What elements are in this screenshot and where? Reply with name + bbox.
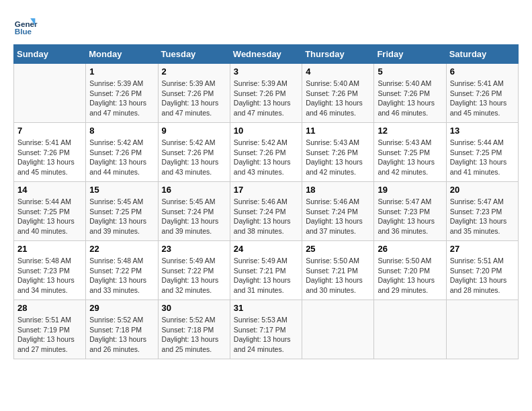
- day-info: Sunrise: 5:49 AM Sunset: 7:21 PM Dayligh…: [234, 256, 298, 295]
- day-number: 14: [17, 185, 82, 195]
- day-cell: 14Sunrise: 5:44 AM Sunset: 7:25 PM Dayli…: [14, 182, 86, 241]
- day-info: Sunrise: 5:40 AM Sunset: 7:26 PM Dayligh…: [378, 79, 442, 118]
- col-thursday: Thursday: [302, 45, 374, 64]
- day-cell: 3Sunrise: 5:39 AM Sunset: 7:26 PM Daylig…: [230, 64, 302, 123]
- day-number: 22: [89, 244, 154, 254]
- day-cell: 17Sunrise: 5:46 AM Sunset: 7:24 PM Dayli…: [230, 182, 302, 241]
- day-cell: 31Sunrise: 5:53 AM Sunset: 7:17 PM Dayli…: [230, 300, 302, 359]
- day-cell: 20Sunrise: 5:47 AM Sunset: 7:23 PM Dayli…: [446, 182, 518, 241]
- day-number: 17: [234, 185, 298, 195]
- day-number: 9: [162, 126, 226, 136]
- week-row-2: 7Sunrise: 5:41 AM Sunset: 7:26 PM Daylig…: [14, 123, 519, 182]
- day-info: Sunrise: 5:43 AM Sunset: 7:26 PM Dayligh…: [306, 138, 370, 177]
- col-monday: Monday: [86, 45, 158, 64]
- day-info: Sunrise: 5:47 AM Sunset: 7:23 PM Dayligh…: [450, 197, 515, 236]
- logo-icon: General Blue: [13, 13, 38, 38]
- day-number: 24: [234, 244, 298, 254]
- header-row: Sunday Monday Tuesday Wednesday Thursday…: [14, 45, 519, 64]
- day-number: 25: [306, 244, 370, 254]
- col-sunday: Sunday: [14, 45, 86, 64]
- day-number: 29: [89, 303, 154, 313]
- day-cell: 15Sunrise: 5:45 AM Sunset: 7:25 PM Dayli…: [86, 182, 158, 241]
- day-info: Sunrise: 5:42 AM Sunset: 7:26 PM Dayligh…: [162, 138, 226, 177]
- day-cell: 30Sunrise: 5:52 AM Sunset: 7:18 PM Dayli…: [158, 300, 230, 359]
- day-number: 27: [450, 244, 515, 254]
- day-number: 10: [234, 126, 298, 136]
- day-info: Sunrise: 5:52 AM Sunset: 7:18 PM Dayligh…: [162, 315, 226, 355]
- day-cell: 11Sunrise: 5:43 AM Sunset: 7:26 PM Dayli…: [302, 123, 374, 182]
- day-info: Sunrise: 5:45 AM Sunset: 7:24 PM Dayligh…: [162, 197, 226, 236]
- day-info: Sunrise: 5:51 AM Sunset: 7:20 PM Dayligh…: [450, 256, 515, 295]
- day-cell: 19Sunrise: 5:47 AM Sunset: 7:23 PM Dayli…: [374, 182, 446, 241]
- day-info: Sunrise: 5:42 AM Sunset: 7:26 PM Dayligh…: [234, 138, 298, 177]
- day-info: Sunrise: 5:39 AM Sunset: 7:26 PM Dayligh…: [162, 79, 226, 118]
- day-info: Sunrise: 5:48 AM Sunset: 7:23 PM Dayligh…: [17, 256, 82, 295]
- day-number: 12: [378, 126, 442, 136]
- week-row-1: 1Sunrise: 5:39 AM Sunset: 7:26 PM Daylig…: [14, 64, 519, 123]
- day-number: 7: [17, 126, 82, 136]
- day-info: Sunrise: 5:53 AM Sunset: 7:17 PM Dayligh…: [234, 315, 298, 355]
- day-cell: 8Sunrise: 5:42 AM Sunset: 7:26 PM Daylig…: [86, 123, 158, 182]
- day-number: 31: [234, 303, 298, 313]
- day-info: Sunrise: 5:43 AM Sunset: 7:25 PM Dayligh…: [378, 138, 442, 177]
- calendar-table: Sunday Monday Tuesday Wednesday Thursday…: [13, 44, 519, 359]
- day-number: 2: [162, 66, 226, 77]
- calendar-header: Sunday Monday Tuesday Wednesday Thursday…: [14, 45, 519, 64]
- day-info: Sunrise: 5:48 AM Sunset: 7:22 PM Dayligh…: [89, 256, 154, 295]
- week-row-3: 14Sunrise: 5:44 AM Sunset: 7:25 PM Dayli…: [14, 182, 519, 241]
- day-cell: 26Sunrise: 5:50 AM Sunset: 7:20 PM Dayli…: [374, 241, 446, 300]
- day-info: Sunrise: 5:47 AM Sunset: 7:23 PM Dayligh…: [378, 197, 442, 236]
- day-info: Sunrise: 5:46 AM Sunset: 7:24 PM Dayligh…: [234, 197, 298, 236]
- day-number: 8: [89, 126, 154, 136]
- day-number: 18: [306, 185, 370, 195]
- day-number: 26: [378, 244, 442, 254]
- day-number: 19: [378, 185, 442, 195]
- day-info: Sunrise: 5:42 AM Sunset: 7:26 PM Dayligh…: [89, 138, 154, 177]
- day-cell: [374, 300, 446, 359]
- day-info: Sunrise: 5:50 AM Sunset: 7:20 PM Dayligh…: [378, 256, 442, 295]
- day-cell: 1Sunrise: 5:39 AM Sunset: 7:26 PM Daylig…: [86, 64, 158, 123]
- day-cell: 24Sunrise: 5:49 AM Sunset: 7:21 PM Dayli…: [230, 241, 302, 300]
- day-cell: 10Sunrise: 5:42 AM Sunset: 7:26 PM Dayli…: [230, 123, 302, 182]
- day-info: Sunrise: 5:40 AM Sunset: 7:26 PM Dayligh…: [306, 79, 370, 118]
- day-cell: 9Sunrise: 5:42 AM Sunset: 7:26 PM Daylig…: [158, 123, 230, 182]
- day-info: Sunrise: 5:44 AM Sunset: 7:25 PM Dayligh…: [450, 138, 515, 177]
- day-number: 21: [17, 244, 82, 254]
- day-info: Sunrise: 5:44 AM Sunset: 7:25 PM Dayligh…: [17, 197, 82, 236]
- day-cell: 21Sunrise: 5:48 AM Sunset: 7:23 PM Dayli…: [14, 241, 86, 300]
- day-info: Sunrise: 5:46 AM Sunset: 7:24 PM Dayligh…: [306, 197, 370, 236]
- day-info: Sunrise: 5:45 AM Sunset: 7:25 PM Dayligh…: [89, 197, 154, 236]
- day-number: 11: [306, 126, 370, 136]
- week-row-5: 28Sunrise: 5:51 AM Sunset: 7:19 PM Dayli…: [14, 300, 519, 359]
- day-cell: [446, 300, 518, 359]
- day-info: Sunrise: 5:39 AM Sunset: 7:26 PM Dayligh…: [234, 79, 298, 118]
- week-row-4: 21Sunrise: 5:48 AM Sunset: 7:23 PM Dayli…: [14, 241, 519, 300]
- day-number: 28: [17, 303, 82, 313]
- day-number: 3: [234, 66, 298, 77]
- logo: General Blue: [13, 13, 42, 38]
- day-number: 1: [89, 66, 154, 77]
- day-number: 5: [378, 66, 442, 77]
- svg-text:Blue: Blue: [15, 27, 32, 36]
- day-info: Sunrise: 5:50 AM Sunset: 7:21 PM Dayligh…: [306, 256, 370, 295]
- day-info: Sunrise: 5:52 AM Sunset: 7:18 PM Dayligh…: [89, 315, 154, 355]
- day-cell: 18Sunrise: 5:46 AM Sunset: 7:24 PM Dayli…: [302, 182, 374, 241]
- day-number: 13: [450, 126, 515, 136]
- day-number: 16: [162, 185, 226, 195]
- day-cell: 7Sunrise: 5:41 AM Sunset: 7:26 PM Daylig…: [14, 123, 86, 182]
- day-number: 6: [450, 66, 515, 77]
- day-number: 4: [306, 66, 370, 77]
- day-cell: 6Sunrise: 5:41 AM Sunset: 7:26 PM Daylig…: [446, 64, 518, 123]
- col-wednesday: Wednesday: [230, 45, 302, 64]
- day-cell: 4Sunrise: 5:40 AM Sunset: 7:26 PM Daylig…: [302, 64, 374, 123]
- day-info: Sunrise: 5:39 AM Sunset: 7:26 PM Dayligh…: [89, 79, 154, 118]
- day-info: Sunrise: 5:41 AM Sunset: 7:26 PM Dayligh…: [450, 79, 515, 118]
- day-info: Sunrise: 5:51 AM Sunset: 7:19 PM Dayligh…: [17, 315, 82, 355]
- day-number: 15: [89, 185, 154, 195]
- col-tuesday: Tuesday: [158, 45, 230, 64]
- day-info: Sunrise: 5:41 AM Sunset: 7:26 PM Dayligh…: [17, 138, 82, 177]
- day-cell: 16Sunrise: 5:45 AM Sunset: 7:24 PM Dayli…: [158, 182, 230, 241]
- day-number: 23: [162, 244, 226, 254]
- day-cell: [14, 64, 86, 123]
- day-cell: 28Sunrise: 5:51 AM Sunset: 7:19 PM Dayli…: [14, 300, 86, 359]
